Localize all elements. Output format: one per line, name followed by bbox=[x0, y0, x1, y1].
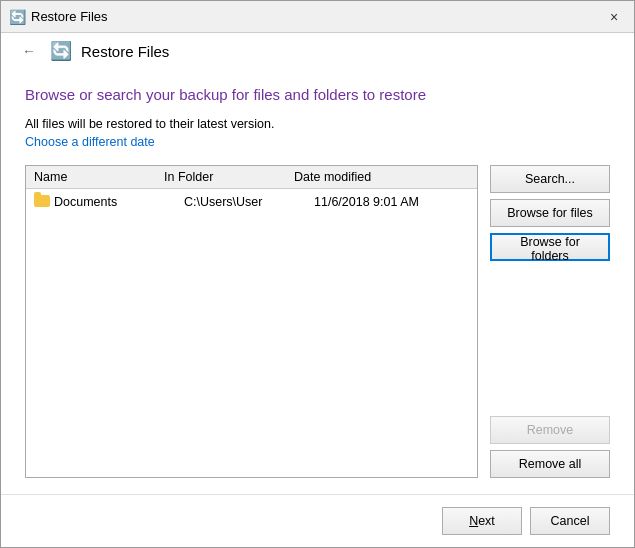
sidebar-buttons: Search... Browse for files Browse for fo… bbox=[490, 165, 610, 479]
folder-icon bbox=[34, 195, 50, 209]
cell-date: 11/6/2018 9:01 AM bbox=[314, 195, 469, 209]
col-header-name: Name bbox=[34, 170, 164, 184]
restore-icon: 🔄 bbox=[49, 39, 73, 63]
back-button[interactable]: ← bbox=[17, 39, 41, 63]
restore-files-window: 🔄 Restore Files × ← 🔄 Restore Files Brow… bbox=[0, 0, 635, 548]
remove-group: Remove Remove all bbox=[490, 416, 610, 478]
search-button[interactable]: Search... bbox=[490, 165, 610, 193]
main-area: Name In Folder Date modified Documents C… bbox=[25, 165, 610, 479]
nav-bar: ← 🔄 Restore Files bbox=[1, 33, 634, 69]
cell-folder: C:\Users\User bbox=[184, 195, 314, 209]
browse-folders-button[interactable]: Browse for folders bbox=[490, 233, 610, 261]
file-list-header: Name In Folder Date modified bbox=[26, 166, 477, 189]
window-nav-title: Restore Files bbox=[81, 43, 169, 60]
title-bar-text: Restore Files bbox=[31, 9, 108, 24]
file-list-body: Documents C:\Users\User 11/6/2018 9:01 A… bbox=[26, 189, 477, 478]
title-bar: 🔄 Restore Files × bbox=[1, 1, 634, 33]
choose-date-link[interactable]: Choose a different date bbox=[25, 135, 610, 149]
info-text: All files will be restored to their late… bbox=[25, 117, 610, 131]
next-label: Next bbox=[469, 514, 495, 528]
col-header-date: Date modified bbox=[294, 170, 469, 184]
cancel-button[interactable]: Cancel bbox=[530, 507, 610, 535]
browse-group: Search... Browse for files Browse for fo… bbox=[490, 165, 610, 261]
footer: Next Cancel bbox=[1, 494, 634, 547]
browse-files-button[interactable]: Browse for files bbox=[490, 199, 610, 227]
file-list-container: Name In Folder Date modified Documents C… bbox=[25, 165, 478, 479]
cell-name: Documents bbox=[54, 195, 184, 209]
remove-all-button[interactable]: Remove all bbox=[490, 450, 610, 478]
remove-button[interactable]: Remove bbox=[490, 416, 610, 444]
window-app-icon: 🔄 bbox=[9, 9, 25, 25]
next-button[interactable]: Next bbox=[442, 507, 522, 535]
page-heading: Browse or search your backup for files a… bbox=[25, 85, 610, 105]
title-bar-left: 🔄 Restore Files bbox=[9, 9, 108, 25]
col-header-folder: In Folder bbox=[164, 170, 294, 184]
table-row[interactable]: Documents C:\Users\User 11/6/2018 9:01 A… bbox=[26, 191, 477, 213]
content-area: Browse or search your backup for files a… bbox=[1, 69, 634, 494]
close-button[interactable]: × bbox=[602, 5, 626, 29]
